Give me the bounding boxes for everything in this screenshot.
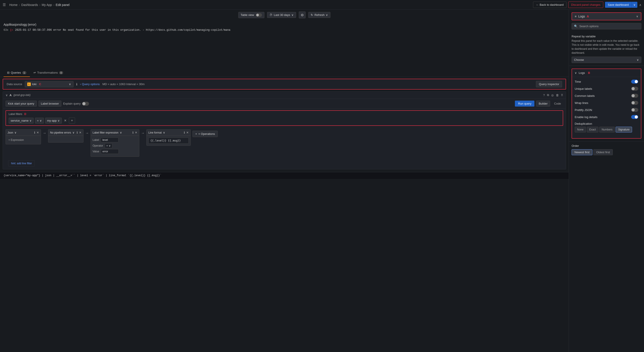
pipeline-op-json-info[interactable]: ℹ [34, 131, 35, 134]
pipeline-op-json-remove[interactable]: ✕ [36, 131, 39, 134]
label-filter-label-input[interactable]: level [101, 138, 118, 142]
main-area: Table view ⏱ Last 30 days ∨ ⊖ ↻ Refresh … [0, 10, 644, 352]
label-filter-op-select[interactable]: = ∨ [105, 143, 112, 148]
tab-queries[interactable]: ⊟ Queries 1 [4, 69, 30, 77]
query-section: ⊟ Queries 1 ⇌ Transformations 0 Data sou… [0, 69, 569, 352]
option-unique-labels-toggle[interactable] [631, 87, 638, 91]
breadcrumb-home[interactable]: Home [9, 3, 18, 7]
operations-add-button[interactable]: + + Operations [192, 131, 218, 137]
line-format-input[interactable]: {{.level}} {{.msg}} [148, 138, 189, 144]
option-unique-labels: Unique labels [575, 87, 638, 91]
explain-toggle-switch[interactable] [82, 102, 89, 106]
label-filters-badge: D [24, 113, 26, 116]
dedup-options: None Exact Numbers Signature [575, 127, 638, 133]
pipeline-op-label-filter-chevron[interactable]: ∨ [120, 131, 122, 134]
kick-start-button[interactable]: Kick start your query [6, 101, 37, 107]
option-time-toggle[interactable] [631, 80, 638, 84]
menu-icon[interactable]: ☰ [3, 3, 6, 7]
dedup-none-button[interactable]: None [575, 127, 586, 133]
query-meta: MD = auto = 1063 Interval = 30m [102, 82, 144, 86]
tab-queries-label: Queries [11, 71, 21, 74]
filter-add-button[interactable]: + [69, 117, 75, 124]
dedup-exact-button[interactable]: Exact [587, 127, 598, 133]
panel-type-name: Logs [578, 14, 585, 18]
panel-type-selector[interactable]: ≡ Logs A ∨ [572, 12, 641, 20]
builder-button[interactable]: Builder [536, 101, 550, 107]
pipeline-op-no-errors-remove[interactable]: ✕ [79, 131, 82, 134]
newest-first-button[interactable]: Newest first [572, 149, 592, 155]
filter-remove-button[interactable]: ✕ [63, 118, 68, 123]
datasource-name: loki [32, 82, 36, 86]
pipeline-op-json-name: Json [8, 131, 13, 134]
dedup-row: Deduplication None Exact Numbers Signatu… [575, 122, 638, 133]
log-count: 63x [4, 28, 8, 32]
table-view-toggle[interactable]: Table view [238, 12, 265, 18]
filter-name-select[interactable]: service_name ∨ [9, 118, 34, 124]
refresh-button[interactable]: ↻ Refresh ∨ [308, 12, 331, 18]
panel-type-badge: A [587, 14, 589, 18]
option-prettify-json-toggle[interactable] [631, 108, 638, 112]
option-log-details-toggle[interactable] [631, 115, 638, 119]
run-query-button[interactable]: Run query [515, 101, 534, 107]
option-time: Time [575, 80, 638, 84]
query-copy-icon[interactable]: ⧉ [547, 93, 549, 97]
option-common-labels-toggle[interactable] [631, 94, 638, 98]
datasource-label: Data source [7, 82, 22, 86]
logs-collapse-icon: ∨ [575, 71, 577, 74]
label-filter-val-input[interactable]: error [101, 149, 119, 154]
dedup-signature-button[interactable]: Signature [616, 127, 632, 133]
query-delete-icon[interactable]: 🗑 [556, 94, 559, 97]
add-expression-button[interactable]: + Expression [8, 138, 39, 142]
transform-badge: 0 [59, 71, 63, 74]
hint-bar[interactable]: hint: add line filter [8, 160, 35, 167]
pipeline-op-json-chevron[interactable]: ∨ [14, 131, 16, 134]
pipeline-op-label-filter-info[interactable]: ℹ [132, 131, 134, 134]
breadcrumb-myapp[interactable]: My App [42, 3, 52, 7]
repeat-section: Repeat by variable Repeat this panel for… [569, 32, 644, 66]
pipeline-op-line-format-info[interactable]: ℹ [184, 131, 185, 134]
pipeline-connector-3: → [141, 129, 144, 135]
tab-transformations[interactable]: ⇌ Transformations 0 [30, 69, 67, 77]
filter-op-select[interactable]: = ∨ [35, 118, 44, 124]
option-log-details-label: Enable log details [575, 115, 598, 119]
query-help-icon[interactable]: ? [543, 94, 545, 97]
explain-label: Explain query [63, 102, 80, 105]
query-options-button[interactable]: › Query options [80, 82, 100, 86]
pipeline-op-no-errors-info[interactable]: ℹ [76, 131, 78, 134]
pipeline-op-line-format-chevron[interactable]: ∨ [163, 131, 165, 134]
pipeline-op-no-errors-chevron[interactable]: ∨ [72, 131, 75, 134]
pipeline-op-line-format-remove[interactable]: ✕ [186, 131, 189, 134]
breadcrumb-dashboards[interactable]: Dashboards [21, 3, 38, 7]
zoom-out-button[interactable]: ⊖ [299, 11, 306, 18]
collapse-button[interactable]: ∧ [639, 3, 641, 7]
pipeline-op-label-filter-remove[interactable]: ✕ [135, 131, 137, 134]
label-browser-button[interactable]: Label browser [38, 101, 62, 107]
oldest-first-button[interactable]: Oldest first [593, 149, 613, 155]
datasource-info-icon[interactable]: ℹ [76, 82, 77, 86]
panel-title: Applikasjonslogg (error) [4, 23, 565, 26]
datasource-select[interactable]: L loki C ∨ [25, 81, 74, 87]
time-picker[interactable]: ⏱ Last 30 days ∨ [267, 12, 296, 18]
query-inspector-button[interactable]: Query inspector [536, 81, 562, 87]
repeat-select[interactable]: Choose ∨ [572, 57, 641, 63]
filter-val-select[interactable]: my-app ∨ [45, 118, 62, 124]
pipeline-op-no-errors-body [48, 136, 83, 142]
back-to-dashboard-button[interactable]: ← Back to dashboard [533, 1, 566, 8]
search-options-input[interactable]: 🔍 Search options [572, 23, 641, 29]
datasource-chevron-icon: ∨ [69, 82, 71, 86]
option-wrap-lines-label: Wrap lines [575, 101, 588, 105]
save-dashboard-button[interactable]: Save dashboard ∨ [605, 2, 637, 8]
explain-toggle: Explain query [63, 102, 89, 106]
code-button[interactable]: Code [552, 101, 563, 106]
discard-changes-button[interactable]: Discard panel changes [568, 1, 603, 8]
query-collapse-button[interactable]: ∨ [6, 93, 8, 97]
query-hide-icon[interactable]: ◎ [551, 94, 554, 97]
save-main-label[interactable]: Save dashboard [605, 2, 632, 8]
query-drag-icon[interactable]: ⠿ [561, 94, 563, 97]
save-dropdown-arrow[interactable]: ∨ [632, 2, 637, 8]
option-wrap-lines-toggle[interactable] [631, 101, 638, 105]
table-view-switch[interactable] [256, 13, 262, 17]
logs-options-header[interactable]: ∨ Logs B [572, 69, 641, 77]
label-filter-op-chevron: ∨ [109, 144, 111, 147]
dedup-numbers-button[interactable]: Numbers [599, 127, 615, 133]
